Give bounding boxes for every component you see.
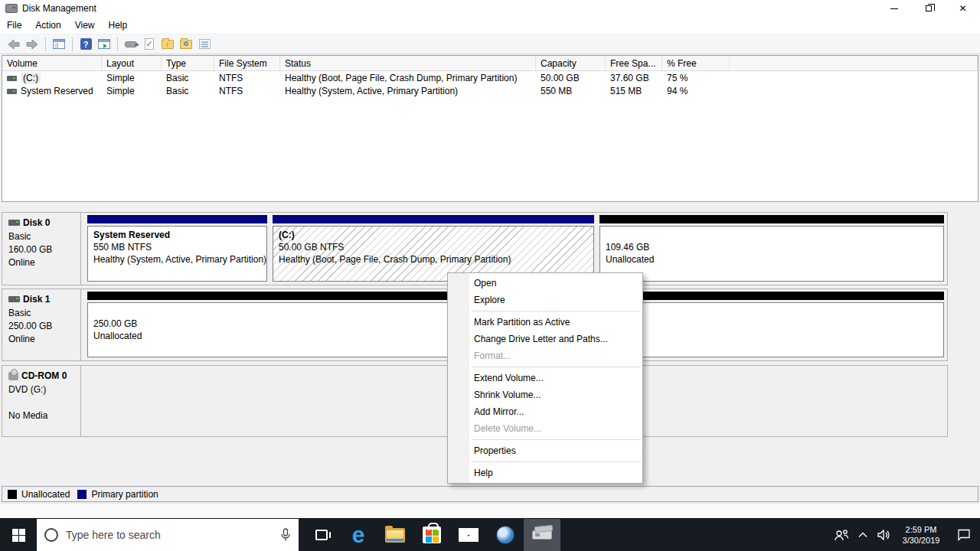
list-check-icon	[199, 39, 211, 49]
microphone-icon[interactable]	[280, 528, 291, 542]
volume-free: 515 MB	[606, 86, 662, 96]
disk0-unallocated-region[interactable]: 109.46 GB Unallocated	[599, 215, 944, 282]
task-view-button[interactable]	[303, 519, 340, 551]
disk-type: Basic	[8, 308, 77, 318]
chevron-up-icon	[858, 532, 867, 538]
toolbar-separator	[117, 37, 118, 51]
partition-size: 550 MB NTFS	[93, 242, 265, 253]
column-header-status[interactable]: Status	[280, 56, 536, 70]
taskbar-search[interactable]	[37, 519, 299, 551]
menu-action[interactable]: Action	[28, 18, 67, 33]
menu-help[interactable]: Help	[102, 18, 135, 33]
disk-name: Disk 0	[23, 217, 50, 228]
cdrom-status: No Media	[8, 410, 77, 421]
menu-item-properties[interactable]: Properties	[448, 442, 642, 459]
restore-button[interactable]	[911, 0, 946, 17]
drive-tool-button[interactable]	[122, 37, 139, 52]
partition-c-selected[interactable]: (C:) 50.00 GB NTFS Healthy (Boot, Page F…	[273, 215, 594, 282]
volume-row-system-reserved[interactable]: System Reserved Simple Basic NTFS Health…	[2, 84, 978, 97]
disk-tool-icon	[496, 526, 514, 544]
volume-row-c[interactable]: (C:) Simple Basic NTFS Healthy (Boot, Pa…	[2, 71, 978, 84]
show-action-pane-button[interactable]	[96, 37, 113, 52]
tray-date: 3/30/2019	[903, 535, 940, 546]
mail-icon	[459, 528, 479, 542]
show-console-tree-button[interactable]	[51, 37, 67, 52]
menu-separator	[472, 311, 641, 311]
partition-status: Healthy (System, Active, Primary Partiti…	[93, 254, 265, 266]
volume-type: Basic	[162, 86, 214, 96]
menu-item-add-mirror[interactable]: Add Mirror...	[448, 403, 642, 420]
taskbar-disk-tool[interactable]	[487, 519, 524, 551]
cdrom0-label[interactable]: CD-ROM 0 DVD (G:) No Media	[2, 366, 81, 436]
menu-item-help[interactable]: Help	[448, 465, 642, 481]
screen: Disk Management ✕ File Action View Help …	[0, 0, 980, 551]
task-view-icon	[315, 530, 328, 540]
help-button[interactable]: ?	[77, 37, 94, 52]
volume-table-header: Volume Layout Type File System Status Ca…	[2, 56, 978, 71]
disk0-label[interactable]: Disk 0 Basic 160.00 GB Online	[2, 213, 81, 285]
title-bar: Disk Management ✕	[0, 0, 980, 17]
volume-icon	[7, 89, 17, 94]
close-button[interactable]: ✕	[946, 0, 980, 17]
drive-tool-icon	[125, 41, 137, 47]
unallocated-color-bar	[599, 215, 944, 223]
taskbar-mail[interactable]	[450, 519, 487, 551]
volume-capacity: 550 MB	[536, 86, 606, 96]
minimize-button[interactable]	[877, 0, 911, 17]
people-button[interactable]	[830, 519, 853, 551]
search-input[interactable]	[66, 529, 273, 541]
menu-separator	[472, 367, 641, 367]
volume-free: 37.60 GB	[606, 73, 662, 83]
menu-item-change-drive-letter[interactable]: Change Drive Letter and Paths...	[448, 331, 642, 347]
volume-status: Healthy (Boot, Page File, Crash Dump, Pr…	[280, 73, 536, 83]
volume-layout: Simple	[102, 86, 162, 96]
edge-icon: e	[352, 523, 365, 546]
menu-item-explore[interactable]: Explore	[448, 292, 642, 308]
checked-document-button[interactable]: ✓	[141, 37, 158, 52]
column-header-pct-free[interactable]: % Free	[662, 56, 730, 70]
volume-name: (C:)	[21, 73, 41, 83]
menu-view[interactable]: View	[68, 18, 102, 33]
start-button[interactable]	[0, 519, 37, 551]
menu-item-mark-partition-active[interactable]: Mark Partition as Active	[448, 314, 642, 331]
pane-splitter[interactable]	[0, 202, 980, 209]
taskbar-edge[interactable]: e	[340, 519, 377, 551]
taskbar-store[interactable]	[413, 519, 450, 551]
forward-button[interactable]	[24, 37, 41, 52]
action-center-button[interactable]	[948, 519, 980, 551]
legend-label: Unallocated	[21, 489, 70, 500]
cdrom-type: DVD (G:)	[8, 384, 77, 395]
menu-bar: File Action View Help	[0, 17, 980, 34]
column-header-file-system[interactable]: File System	[214, 56, 280, 70]
list-check-button[interactable]	[196, 37, 213, 52]
partition-system-reserved[interactable]: System Reserved 550 MB NTFS Healthy (Sys…	[87, 215, 267, 282]
column-header-capacity[interactable]: Capacity	[536, 56, 606, 70]
column-header-volume[interactable]: Volume	[2, 56, 102, 70]
volume-button[interactable]	[873, 519, 894, 551]
unallocated-swatch	[8, 490, 17, 499]
back-button[interactable]	[5, 37, 22, 52]
close-icon: ✕	[959, 4, 966, 13]
minimize-icon	[890, 8, 898, 9]
help-icon: ?	[80, 38, 92, 50]
action-center-icon	[957, 529, 971, 541]
taskbar-file-explorer[interactable]	[377, 519, 413, 551]
column-header-free-space[interactable]: Free Spa...	[606, 56, 662, 70]
tray-overflow-button[interactable]	[853, 519, 873, 551]
column-header-layout[interactable]: Layout	[102, 56, 162, 70]
disk-status: Online	[8, 334, 77, 344]
taskbar-disk-management-active[interactable]	[524, 519, 560, 551]
disk1-label[interactable]: Disk 1 Basic 250.00 GB Online	[2, 289, 81, 360]
menu-file[interactable]: File	[0, 18, 28, 33]
clock[interactable]: 2:59 PM 3/30/2019	[894, 519, 948, 551]
people-icon	[834, 529, 849, 541]
menu-item-shrink-volume[interactable]: Shrink Volume...	[448, 386, 642, 403]
menu-item-open[interactable]: Open	[448, 275, 642, 292]
folder-up-button[interactable]: ↑	[159, 37, 176, 52]
folder-search-button[interactable]	[178, 37, 194, 52]
column-header-type[interactable]: Type	[162, 56, 214, 70]
volume-name: System Reserved	[21, 86, 93, 96]
folder-search-icon	[180, 40, 192, 49]
partition-size: 50.00 GB NTFS	[279, 242, 592, 253]
menu-item-extend-volume[interactable]: Extend Volume...	[448, 370, 642, 386]
